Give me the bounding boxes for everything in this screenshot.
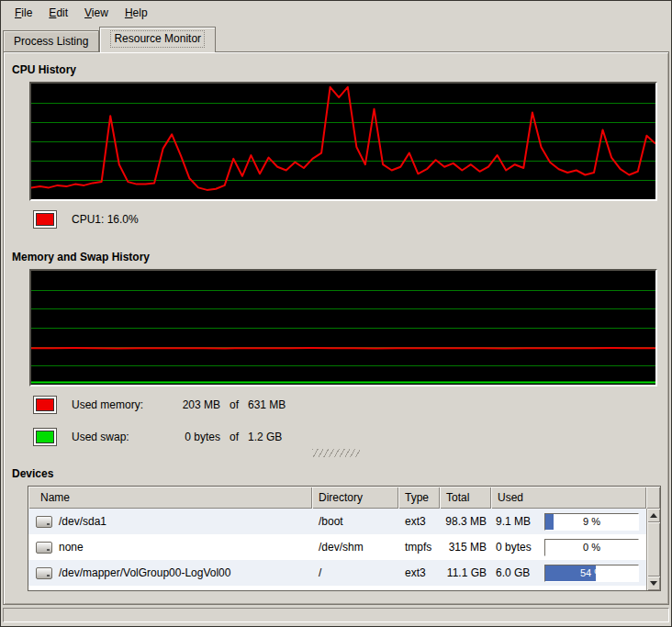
tab-process-listing-label: Process Listing [14,35,88,48]
scroll-up-button[interactable] [647,509,660,522]
memory-graph-canvas [31,271,655,385]
cpu-history-graph [29,82,657,201]
menu-view[interactable]: View [76,3,117,23]
usage-progress-bar: 0 % [544,539,639,556]
device-name: /dev/mapper/VolGroup00-LogVol00 [59,566,230,579]
usage-progress-bar: 54 % [544,565,639,582]
drive-icon [36,542,52,554]
used-memory-color-swatch[interactable] [33,396,57,414]
used-memory-of: of [220,398,248,411]
column-header-type[interactable]: Type [398,487,440,509]
drive-icon [36,516,52,528]
cpu1-color-swatch[interactable] [33,210,57,229]
scroll-down-button[interactable] [647,577,660,590]
column-header-total[interactable]: Total [440,487,491,509]
memory-history-title: Memory and Swap History [12,251,150,263]
device-directory: /dev/shm [312,541,398,554]
usage-percent-label: 0 % [545,540,638,555]
table-row-volgroup[interactable]: /dev/mapper/VolGroup00-LogVol00 / ext3 1… [28,560,646,586]
drive-icon [36,567,52,579]
scroll-down-icon [650,581,657,586]
tab-process-listing[interactable]: Process Listing [3,30,99,51]
memory-swap-graph [29,269,657,386]
menu-bar: File Edit View Help [1,1,671,25]
device-directory: / [312,566,398,579]
memory-legend: Used memory: 203 MB of 631 MB Used swap:… [33,396,312,446]
device-used: 9.1 MB [491,515,544,528]
used-swap-color-swatch[interactable] [33,428,57,446]
menu-file[interactable]: File [6,3,40,23]
tab-resource-monitor-label: Resource Monitor [110,30,205,48]
device-used: 0 bytes [491,541,544,554]
used-memory-color-fill [36,398,54,411]
used-swap-value: 0 bytes [163,431,220,443]
scroll-up-icon [650,513,657,518]
cpu-history-title: CPU History [12,63,76,76]
device-name: none [59,541,84,554]
scrollbar-thumb[interactable] [647,522,660,577]
devices-table-header: Name Directory Type Total Used [28,487,646,509]
used-memory-label: Used memory: [72,398,163,411]
device-type: ext3 [398,515,440,528]
column-header-name[interactable]: Name [28,487,312,509]
used-swap-total: 1.2 GB [248,431,312,443]
resource-monitor-panel: CPU History CPU1: 16.0% Memory and Swap … [3,51,669,605]
menu-help[interactable]: Help [117,3,156,23]
usage-progress-bar: 9 % [544,513,639,531]
tab-bar: Process Listing Resource Monitor [3,27,216,51]
menu-edit[interactable]: Edit [40,3,76,23]
usage-percent-label: 9 % [545,514,638,530]
usage-percent-label: 54 % [545,565,638,581]
devices-rows: /dev/sda1 /boot ext3 98.3 MB 9.1 MB 9 % [28,509,646,590]
used-memory-total: 631 MB [248,398,312,411]
device-type: ext3 [398,566,440,579]
cpu1-legend-label: CPU1: 16.0% [72,213,139,226]
column-header-directory[interactable]: Directory [312,487,398,509]
used-memory-value: 203 MB [163,398,220,411]
vertical-scrollbar[interactable] [646,509,660,590]
cpu-legend: CPU1: 16.0% [33,210,139,229]
status-bar [3,608,669,622]
devices-title: Devices [12,467,53,480]
table-row-none[interactable]: none /dev/shm tmpfs 315 MB 0 bytes 0 % [28,534,646,560]
device-total: 98.3 MB [440,515,491,528]
pane-resize-handle[interactable] [312,449,360,457]
system-monitor-window: File Edit View Help Process Listing Reso… [0,0,672,627]
column-header-stub [646,487,660,509]
tab-resource-monitor[interactable]: Resource Monitor [99,27,216,52]
device-used: 6.0 GB [491,566,544,579]
table-row-dev-sda1[interactable]: /dev/sda1 /boot ext3 98.3 MB 9.1 MB 9 % [28,509,646,534]
devices-table: Name Directory Type Total Used /dev/sda1… [28,486,661,591]
device-total: 315 MB [440,541,491,554]
cpu-graph-canvas [31,84,655,199]
used-swap-color-fill [36,431,54,443]
device-name: /dev/sda1 [59,515,106,528]
device-type: tmpfs [398,541,440,554]
cpu1-color-fill [36,213,54,226]
device-total: 11.1 GB [440,566,491,579]
used-swap-of: of [220,431,248,443]
used-swap-label: Used swap: [72,431,163,443]
device-directory: /boot [312,515,398,528]
column-header-used[interactable]: Used [491,487,646,509]
